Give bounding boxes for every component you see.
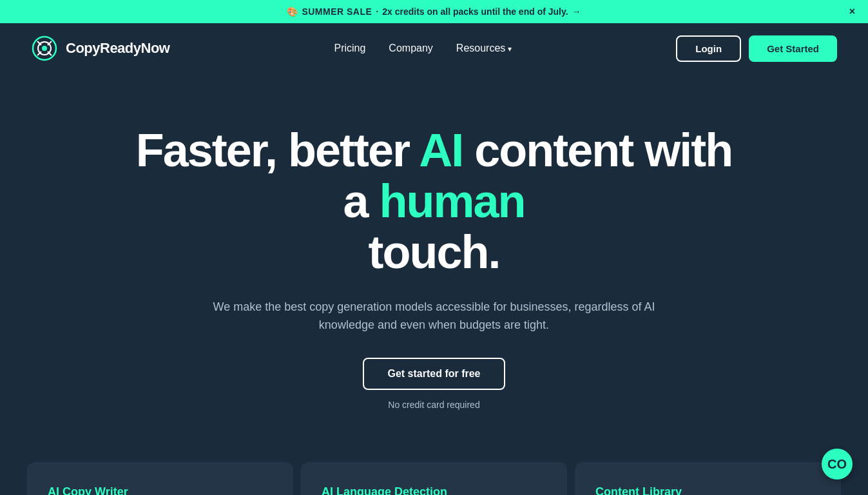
hero-title-human: human	[380, 175, 525, 227]
hero-title: Faster, better AI content with a human t…	[125, 125, 744, 278]
hero-cta-note: No credit card required	[388, 400, 479, 410]
nav-company[interactable]: Company	[389, 43, 432, 54]
hero-title-ai: AI	[419, 124, 463, 176]
features-section: AI Copy Writer Generate accurate, precis…	[0, 462, 868, 495]
get-started-nav-button[interactable]: Get Started	[749, 35, 837, 62]
logo-link[interactable]: CopyReadyNow	[31, 35, 169, 62]
feature-title-content-library: Content Library	[595, 485, 820, 495]
banner-arrow: →	[572, 6, 581, 17]
logo-icon	[31, 35, 58, 62]
chat-bubble-label: CO	[827, 457, 847, 472]
nav-resources[interactable]: Resources ▾	[456, 43, 512, 54]
hero-subtitle: We make the best copy generation models …	[209, 298, 660, 335]
feature-card-language-detection: AI Language Detection Exclude cliche lan…	[301, 462, 567, 495]
feature-card-content-library: Content Library Regenerate if needed, or…	[575, 462, 841, 495]
promo-banner: 🎨 SUMMER SALE · 2x credits on all packs …	[0, 0, 868, 23]
banner-sale-label: SUMMER SALE	[302, 6, 372, 17]
feature-card-copy-writer: AI Copy Writer Generate accurate, precis…	[27, 462, 293, 495]
feature-title-language-detection: AI Language Detection	[322, 485, 546, 495]
hero-title-touch: touch.	[369, 226, 500, 278]
banner-emoji: 🎨	[287, 6, 298, 17]
logo-text: CopyReadyNow	[66, 40, 169, 57]
feature-title-copy-writer: AI Copy Writer	[48, 485, 273, 495]
banner-message: 2x credits on all packs until the end of…	[382, 6, 568, 17]
hero-title-part1: Faster, better	[136, 124, 420, 176]
nav-actions: Login Get Started	[676, 35, 837, 62]
banner-dot: ·	[376, 6, 378, 17]
nav-pricing[interactable]: Pricing	[334, 43, 365, 54]
navbar: CopyReadyNow Pricing Company Resources ▾…	[0, 23, 868, 73]
chat-bubble-button[interactable]: CO	[822, 449, 853, 480]
banner-content: 🎨 SUMMER SALE · 2x credits on all packs …	[287, 6, 581, 17]
nav-links: Pricing Company Resources ▾	[334, 43, 512, 54]
svg-point-6	[42, 46, 47, 51]
hero-section: Faster, better AI content with a human t…	[112, 73, 757, 449]
chevron-down-icon: ▾	[508, 44, 512, 53]
banner-close-button[interactable]: ×	[849, 6, 855, 17]
login-button[interactable]: Login	[676, 35, 741, 62]
hero-cta-button[interactable]: Get started for free	[363, 358, 505, 390]
